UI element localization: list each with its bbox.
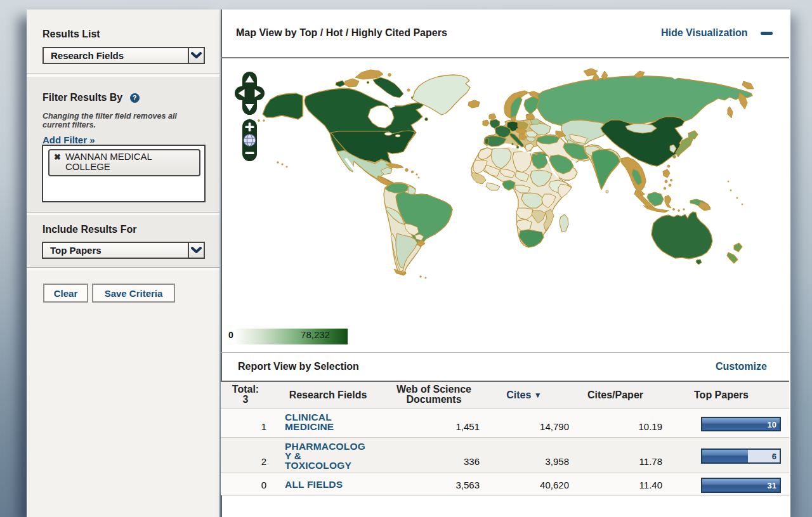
svg-text:0: 0 (228, 330, 233, 340)
svg-text:78,232: 78,232 (301, 329, 330, 340)
